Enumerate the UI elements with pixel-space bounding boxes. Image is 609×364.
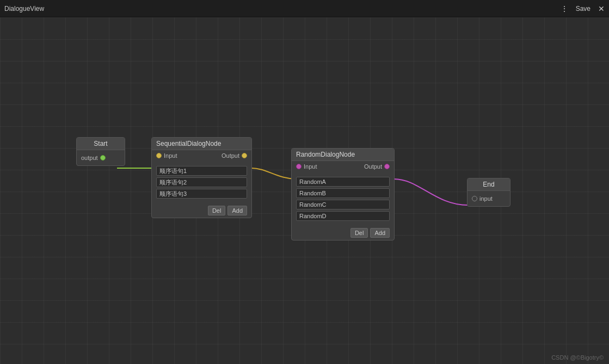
start-output-label: output — [81, 155, 98, 161]
end-input-label: input — [479, 195, 493, 202]
list-item — [296, 188, 390, 198]
sequential-node-header: SequentialDialogNode — [152, 138, 251, 150]
random-add-button[interactable]: Add — [370, 228, 390, 238]
sequential-input-label: Input — [164, 152, 177, 159]
random-input-label: Input — [304, 163, 317, 170]
end-input-port: input — [472, 194, 506, 203]
title-bar: DialogueView ⋮ Save ✕ — [0, 0, 609, 17]
end-node-body: input — [467, 191, 510, 206]
end-input-dot[interactable] — [472, 196, 477, 201]
list-item — [296, 211, 390, 221]
sequential-output-dot[interactable] — [242, 153, 247, 158]
random-item-4[interactable] — [296, 211, 390, 221]
random-output-dot[interactable] — [384, 164, 390, 169]
sequential-add-button[interactable]: Add — [227, 206, 247, 215]
start-node-title: Start — [94, 140, 107, 147]
list-item — [156, 177, 247, 187]
random-item-2[interactable] — [296, 188, 390, 198]
sequential-node-footer: Del Add — [152, 203, 251, 218]
random-node-footer: Del Add — [292, 226, 394, 240]
sequential-node: SequentialDialogNode Input Output — [151, 137, 252, 218]
random-input-dot[interactable] — [296, 164, 302, 169]
end-node-title: End — [483, 181, 494, 188]
sequential-del-button[interactable]: Del — [208, 206, 226, 215]
random-output-label: Output — [364, 163, 382, 170]
random-node: RandomDialogNode Input Output — [291, 148, 395, 240]
end-node-header: End — [467, 178, 510, 191]
random-node-title: RandomDialogNode — [296, 151, 355, 158]
title-bar-controls: ⋮ Save ✕ — [561, 4, 605, 14]
random-ports-row: Input Output — [292, 161, 394, 172]
watermark: CSDN @©Bigotry© — [551, 354, 604, 361]
random-item-3[interactable] — [296, 200, 390, 209]
sequential-node-title: SequentialDialogNode — [156, 140, 221, 147]
list-item — [156, 189, 247, 199]
sequential-item-1[interactable] — [156, 166, 247, 176]
save-button[interactable]: Save — [573, 4, 594, 14]
sequential-ports-row: Input Output — [152, 150, 251, 161]
close-button[interactable]: ✕ — [598, 4, 605, 13]
list-item — [156, 166, 247, 176]
sequential-output-label: Output — [222, 152, 239, 159]
start-node-header: Start — [77, 138, 125, 150]
end-node: End input — [467, 178, 510, 207]
random-del-button[interactable]: Del — [350, 228, 368, 238]
canvas: Start output SequentialDialogNode Input … — [0, 17, 609, 364]
start-node-body: output — [77, 150, 125, 165]
sequential-node-body — [152, 161, 251, 203]
start-node: Start output — [76, 137, 125, 166]
start-output-port: output — [81, 153, 120, 162]
sequential-input-dot[interactable] — [156, 153, 162, 158]
random-node-body — [292, 172, 394, 226]
list-item — [296, 200, 390, 209]
sequential-item-2[interactable] — [156, 177, 247, 187]
random-node-header: RandomDialogNode — [292, 149, 394, 161]
menu-button[interactable]: ⋮ — [561, 4, 568, 13]
list-item — [296, 177, 390, 187]
sequential-item-3[interactable] — [156, 189, 247, 199]
window-title: DialogueView — [4, 5, 44, 13]
random-item-1[interactable] — [296, 177, 390, 187]
start-output-dot[interactable] — [100, 155, 106, 161]
